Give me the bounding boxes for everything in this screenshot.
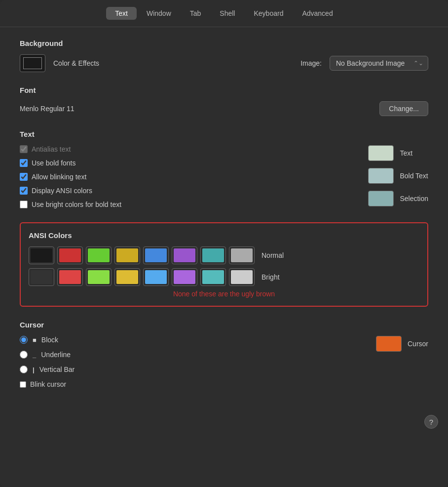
ansi-bright-0[interactable] <box>29 268 54 286</box>
ansi-colors-label: Display ANSI colors <box>32 187 92 195</box>
checkbox-blink-text[interactable]: Allow blinking text <box>20 173 121 181</box>
checkbox-bold-fonts[interactable]: Use bold fonts <box>20 159 121 167</box>
font-name-label: Menlo Regular 11 <box>20 105 75 113</box>
cursor-radios: ■ Block _ Underline | Vertical Bar <box>20 336 75 373</box>
change-font-button[interactable]: Change... <box>379 101 428 116</box>
ansi-section: ANSI Colors Normal <box>20 222 428 307</box>
blink-cursor-row[interactable]: Blink cursor <box>20 380 428 388</box>
tab-bar: Text Window Tab Shell Keyboard Advanced <box>0 0 448 27</box>
background-section: Background Color & Effects Image: No Bac… <box>20 39 428 72</box>
help-btn-container: ? <box>0 410 448 429</box>
image-select[interactable]: No Background Image <box>330 56 428 71</box>
text-color-swatch[interactable] <box>368 145 394 161</box>
preferences-window: Text Window Tab Shell Keyboard Advanced … <box>0 0 448 487</box>
ansi-bright-row: Bright <box>29 268 419 286</box>
selection-color-row: Selection <box>368 191 428 206</box>
text-color-label: Text <box>400 149 412 157</box>
font-row: Menlo Regular 11 Change... <box>20 101 428 116</box>
ansi-normal-1[interactable] <box>57 246 83 264</box>
bold-text-color-label: Bold Text <box>400 172 428 180</box>
tab-advanced[interactable]: Advanced <box>293 7 341 20</box>
bold-text-color-swatch[interactable] <box>368 168 394 184</box>
tab-text[interactable]: Text <box>106 7 137 20</box>
antialias-label: Antialias text <box>32 145 71 153</box>
checkbox-ansi-colors[interactable]: Display ANSI colors <box>20 187 121 195</box>
font-section: Font Menlo Regular 11 Change... <box>20 86 428 116</box>
cursor-underline-label: Underline <box>41 351 71 359</box>
background-color-swatch[interactable] <box>20 54 45 72</box>
bright-bold-checkbox[interactable] <box>20 201 28 208</box>
ansi-bright-2[interactable] <box>86 268 112 286</box>
ansi-normal-5[interactable] <box>172 246 197 264</box>
image-label: Image: <box>300 59 322 67</box>
bright-bold-label: Use bright colors for bold text <box>32 201 121 208</box>
tab-keyboard[interactable]: Keyboard <box>245 7 292 20</box>
tab-shell[interactable]: Shell <box>211 7 244 20</box>
image-select-wrapper: No Background Image ⌃⌄ <box>330 56 428 71</box>
cursor-color-label: Cursor <box>408 340 428 348</box>
ansi-bright-label: Bright <box>261 273 280 281</box>
cursor-title: Cursor <box>20 321 428 329</box>
tab-window[interactable]: Window <box>138 7 180 20</box>
ansi-bright-5[interactable] <box>172 268 197 286</box>
blink-cursor-label: Blink cursor <box>30 380 66 388</box>
color-effects-label: Color & Effects <box>53 59 99 67</box>
help-button[interactable]: ? <box>424 415 438 429</box>
cursor-underline-icon: _ <box>33 351 36 359</box>
color-swatch-inner <box>23 57 42 69</box>
bold-fonts-checkbox[interactable] <box>20 159 28 167</box>
ansi-bright-7[interactable] <box>229 268 255 286</box>
cursor-options-layout: ■ Block _ Underline | Vertical Bar <box>20 336 428 373</box>
ansi-normal-2[interactable] <box>86 246 112 264</box>
ansi-normal-6[interactable] <box>200 246 226 264</box>
ansi-normal-3[interactable] <box>114 246 140 264</box>
background-title: Background <box>20 39 428 47</box>
cursor-vbar-row[interactable]: | Vertical Bar <box>20 365 75 373</box>
cursor-block-icon: ■ <box>33 336 37 344</box>
ansi-normal-0[interactable] <box>29 246 54 264</box>
cursor-block-row[interactable]: ■ Block <box>20 336 75 344</box>
ansi-colors-checkbox[interactable] <box>20 187 28 195</box>
cursor-block-radio[interactable] <box>20 336 28 344</box>
text-color-row: Text <box>368 145 428 161</box>
ansi-bright-1[interactable] <box>57 268 83 286</box>
text-options-layout: Antialias text Use bold fonts Allow blin… <box>20 145 428 208</box>
ansi-bright-6[interactable] <box>200 268 226 286</box>
cursor-vbar-icon: | <box>33 366 35 373</box>
cursor-vbar-label: Vertical Bar <box>39 365 75 373</box>
bold-fonts-label: Use bold fonts <box>32 159 76 167</box>
checkbox-antialias[interactable]: Antialias text <box>20 145 121 153</box>
text-color-options: Text Bold Text Selection <box>368 145 428 208</box>
content-area: Background Color & Effects Image: No Bac… <box>0 27 448 410</box>
cursor-color-swatch[interactable] <box>376 336 402 352</box>
blink-text-label: Allow blinking text <box>32 173 86 181</box>
cursor-vbar-radio[interactable] <box>20 365 28 373</box>
cursor-section: Cursor ■ Block _ Underline | <box>20 321 428 388</box>
cursor-color-section: Cursor <box>376 336 428 352</box>
tab-tab[interactable]: Tab <box>181 7 210 20</box>
ansi-title: ANSI Colors <box>29 231 419 240</box>
cursor-block-label: Block <box>41 336 58 344</box>
bold-text-color-row: Bold Text <box>368 168 428 184</box>
selection-color-swatch[interactable] <box>368 191 394 206</box>
blink-cursor-checkbox[interactable] <box>20 381 26 388</box>
ansi-bright-3[interactable] <box>114 268 140 286</box>
antialias-checkbox[interactable] <box>20 145 28 153</box>
ansi-normal-7[interactable] <box>229 246 255 264</box>
background-row: Color & Effects Image: No Background Ima… <box>20 54 428 72</box>
ansi-bright-4[interactable] <box>143 268 169 286</box>
ansi-normal-label: Normal <box>261 251 284 259</box>
checkbox-bright-bold[interactable]: Use bright colors for bold text <box>20 201 121 208</box>
ansi-grid: Normal Bright <box>29 246 419 286</box>
ansi-normal-4[interactable] <box>143 246 169 264</box>
text-checkboxes: Antialias text Use bold fonts Allow blin… <box>20 145 121 208</box>
text-title: Text <box>20 130 428 138</box>
cursor-underline-radio[interactable] <box>20 351 28 359</box>
selection-color-label: Selection <box>400 195 428 203</box>
ansi-normal-row: Normal <box>29 246 419 264</box>
ansi-note: None of these are the ugly brown <box>29 290 419 298</box>
text-section: Text Antialias text Use bold fonts Allow… <box>20 130 428 208</box>
blink-text-checkbox[interactable] <box>20 173 28 181</box>
cursor-underline-row[interactable]: _ Underline <box>20 351 75 359</box>
font-title: Font <box>20 86 428 94</box>
